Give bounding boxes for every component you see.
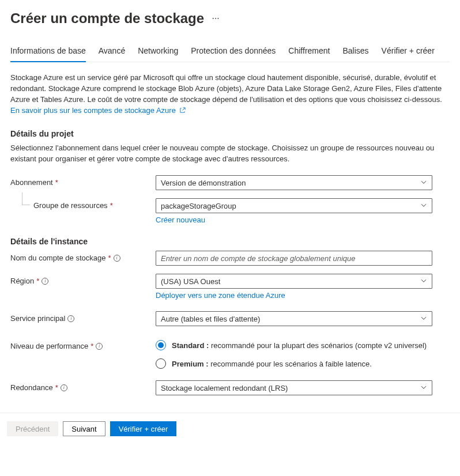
page-title: Créer un compte de stockage ··· [10,10,450,27]
info-icon[interactable]: i [114,255,120,262]
tab-balises[interactable]: Balises [342,41,368,62]
performance-option-0[interactable]: Standard : recommandé pour la plupart de… [156,340,432,350]
chevron-down-icon [420,179,427,187]
tab-chiffrement[interactable]: Chiffrement [288,41,330,62]
info-icon[interactable]: i [67,315,74,322]
redundancy-label: Redondance* i [10,380,156,392]
footer: Précédent Suivant Vérifier + créer [0,413,460,444]
radio-label: Standard : recommandé pour la plupart de… [172,341,427,350]
tab-protection-des-donn-es[interactable]: Protection des données [191,41,276,62]
primary-service-label: Service principal i [10,311,156,323]
tree-line-icon [22,192,30,205]
review-create-button[interactable]: Vérifier + créer [110,421,177,436]
previous-button: Précédent [7,421,58,436]
chevron-down-icon [420,277,427,286]
radio-label: Premium : recommandé pour les scénarios … [172,360,372,368]
chevron-down-icon [420,202,427,210]
next-button[interactable]: Suivant [63,421,105,436]
tab-informations-de-base[interactable]: Informations de base [10,41,86,62]
project-desc: Sélectionnez l'abonnement dans lequel cr… [10,143,450,165]
learn-more-link[interactable]: En savoir plus sur les comptes de stocka… [10,106,186,115]
performance-radio-group: Standard : recommandé pour la plupart de… [156,339,432,372]
external-link-icon [179,106,186,117]
deploy-edge-zone-link[interactable]: Déployer vers une zone étendue Azure [156,291,285,300]
info-icon[interactable]: i [96,343,103,350]
region-label: Région* i [10,274,156,285]
radio-dot-icon [156,358,166,369]
info-icon[interactable]: i [42,278,48,285]
chevron-down-icon [420,315,427,323]
resource-group-select[interactable]: packageStorageGroup [156,198,432,213]
chevron-down-icon [420,384,427,392]
intro-text: Stockage Azure est un service géré par M… [10,73,450,116]
info-icon[interactable]: i [61,384,67,391]
storage-name-label: Nom du compte de stockage* i [10,251,156,262]
subscription-select[interactable]: Version de démonstration [156,175,432,190]
tab-v-rifier-cr-er[interactable]: Vérifier + créer [382,41,435,62]
tabs: Informations de baseAvancéNetworkingProt… [10,41,450,62]
storage-name-input[interactable]: Entrer un nom de compte de stockage glob… [156,251,432,266]
region-select[interactable]: (USA) USA Ouest [156,274,432,289]
subscription-label: Abonnement* [10,175,156,187]
primary-service-select[interactable]: Autre (tables et files d'attente) [156,311,432,326]
performance-label: Niveau de performance* i [10,339,156,350]
redundancy-select[interactable]: Stockage localement redondant (LRS) [156,380,432,395]
tab-networking[interactable]: Networking [138,41,178,62]
performance-option-1[interactable]: Premium : recommandé pour les scénarios … [156,358,432,369]
more-icon[interactable]: ··· [212,14,220,22]
radio-dot-icon [156,340,166,350]
resource-group-label: Groupe de ressources* [10,198,156,210]
create-new-link[interactable]: Créer nouveau [156,216,205,224]
tab-avanc-[interactable]: Avancé [99,41,125,62]
project-heading: Détails du projet [10,129,450,138]
instance-heading: Détails de l'instance [10,237,450,246]
